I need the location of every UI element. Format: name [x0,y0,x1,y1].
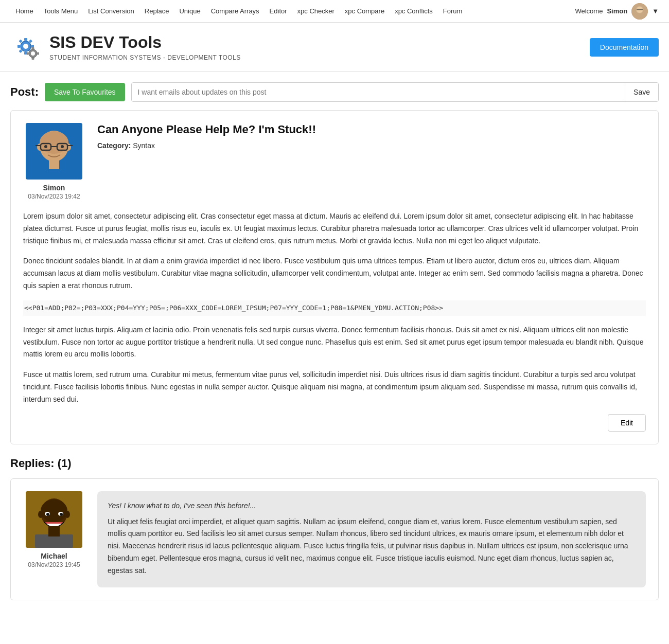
site-subtitle: STUDENT INFORMATION SYSTEMS - DEVELOPMEN… [49,54,241,61]
replies-count: (1) [58,457,72,470]
site-title-wrap: SIS DEV Tools STUDENT INFORMATION SYSTEM… [49,33,241,61]
post-author-avatar [26,123,82,180]
nav-unique[interactable]: Unique [174,7,205,15]
svg-point-6 [23,44,28,49]
user-section: Welcome Simon ▼ [575,3,659,20]
post-card: Simon 03/Nov/2023 19:42 Can Anyone Pleas… [10,110,659,444]
svg-point-31 [44,145,47,148]
nav-compare-arrays[interactable]: Compare Arrays [206,7,265,15]
post-code-line: <<P01=ADD;P02=;P03=XXX;P04=YYY;P05=;P06=… [23,300,646,316]
reply-highlight: Yes! I know what to do, I've seen this b… [108,502,636,510]
user-name: Simon [607,7,627,15]
svg-rect-34 [49,160,59,169]
navbar: Home Tools Menu List Conversion Replace … [0,0,669,23]
post-content-header: Can Anyone Please Help Me? I'm Stuck!! C… [97,123,316,200]
post-title: Can Anyone Please Help Me? I'm Stuck!! [97,123,316,136]
post-body: Lorem ipsum dolor sit amet, consectetur … [23,210,646,406]
post-author-info: Simon 03/Nov/2023 19:42 [23,123,85,200]
nav-tools-menu[interactable]: Tools Menu [39,7,83,15]
nav-list-conversion[interactable]: List Conversion [83,7,139,15]
svg-point-39 [65,511,70,518]
post-paragraph-1: Lorem ipsum dolor sit amet, consectetur … [23,210,646,247]
reply-author-name: Michael [41,552,67,560]
email-notification-input[interactable] [132,83,625,101]
category-label: Category: [97,141,131,150]
svg-point-42 [46,513,49,516]
post-author-date: 03/Nov/2023 19:42 [28,193,80,200]
reply-author-avatar [26,491,82,548]
nav-links: Home Tools Menu List Conversion Replace … [10,7,467,15]
nav-home[interactable]: Home [10,7,39,15]
site-title: SIS DEV Tools [49,33,241,52]
svg-point-16 [31,51,35,56]
reply-card: Michael 03/Nov/2023 19:45 Yes! I know wh… [10,478,659,600]
svg-point-43 [60,513,63,516]
category-value: Syntax [133,141,155,150]
svg-point-32 [61,145,64,148]
nav-xpc-compare[interactable]: xpc Compare [340,7,390,15]
post-label: Post: [10,85,39,99]
post-bar: Post: Save To Favourites Save [10,82,659,102]
site-branding: SIS DEV Tools STUDENT INFORMATION SYSTEM… [10,31,241,63]
post-paragraph-2: Donec tincidunt sodales blandit. In at d… [23,255,646,292]
svg-rect-7 [24,38,27,41]
svg-rect-45 [48,526,60,536]
reply-author-date: 03/Nov/2023 19:45 [28,561,80,568]
email-notification-wrap: Save [131,82,659,102]
nav-xpc-conflicts[interactable]: xpc Conflicts [390,7,438,15]
svg-point-38 [38,511,43,518]
save-notification-button[interactable]: Save [625,83,658,101]
welcome-text: Welcome [575,7,603,15]
nav-replace[interactable]: Replace [139,7,174,15]
svg-rect-20 [37,52,39,55]
post-paragraph-5: Fusce ut mattis lorem, sed rutrum urna. … [23,369,646,405]
reply-author-info: Michael 03/Nov/2023 19:45 [23,491,85,568]
site-header: SIS DEV Tools STUDENT INFORMATION SYSTEM… [0,23,669,72]
nav-editor[interactable]: Editor [265,7,292,15]
user-avatar[interactable] [631,3,648,20]
post-category: Category: Syntax [97,141,316,150]
svg-point-37 [41,499,67,522]
main-content: Post: Save To Favourites Save [0,72,669,611]
post-paragraph-4: Integer sit amet luctus turpis. Aliquam … [23,324,646,361]
replies-header: Replies: (1) [10,457,659,470]
svg-rect-4 [637,9,643,10]
dropdown-chevron-icon[interactable]: ▼ [652,7,659,15]
reply-body: Yes! I know what to do, I've seen this b… [97,491,646,587]
svg-rect-18 [32,58,34,60]
svg-rect-9 [17,45,20,48]
post-header: Simon 03/Nov/2023 19:42 Can Anyone Pleas… [23,123,646,200]
replies-label: Replies: [10,457,55,470]
post-author-name: Simon [43,184,65,192]
post-actions: Edit [23,414,646,432]
nav-xpc-checker[interactable]: xpc Checker [292,7,340,15]
edit-button[interactable]: Edit [608,414,646,432]
site-logo [10,31,41,63]
reply-text: Ut aliquet felis feugiat orci imperdiet,… [108,516,636,577]
nav-forum[interactable]: Forum [438,7,468,15]
save-to-favourites-button[interactable]: Save To Favourites [45,83,125,101]
svg-rect-19 [27,52,29,55]
documentation-button[interactable]: Documentation [590,38,659,57]
svg-rect-17 [32,47,34,49]
